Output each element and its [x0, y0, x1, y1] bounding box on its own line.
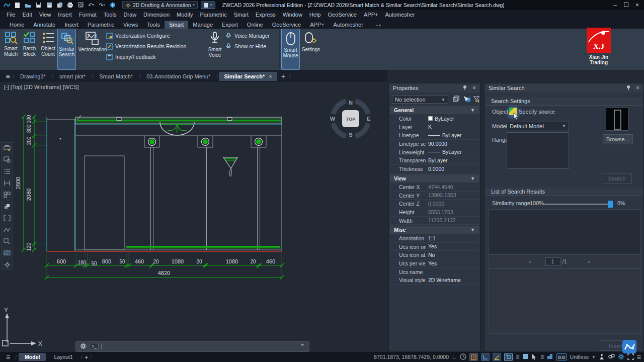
coordinates-readout[interactable]: 8701.1873, 16678.7429, 0.0000	[374, 354, 449, 360]
menu-geoservice[interactable]: GeoService	[324, 12, 360, 18]
vectorization-configure-button[interactable]: Vectorization Configure	[106, 32, 201, 39]
smart-voice-button[interactable]: Smart Voice	[205, 29, 225, 70]
launcher-icon[interactable]	[599, 353, 605, 361]
viewport-controls[interactable]: [-] [Top] [2D Wireframe] [WCS]	[4, 84, 79, 90]
settings-button[interactable]: Settings	[300, 29, 322, 70]
layout1-tab[interactable]: Layout1	[48, 353, 78, 361]
inquiry-feedback-button[interactable]: Inquiry/Feedback	[106, 53, 201, 60]
hatch-icon[interactable]	[4, 250, 11, 257]
menu-window[interactable]: Window	[279, 12, 306, 18]
app-logo-icon[interactable]	[3, 2, 11, 9]
preview-pane[interactable]	[489, 268, 641, 334]
plot-icon[interactable]	[4, 144, 11, 152]
model-dropdown[interactable]: Default Model▼	[507, 122, 569, 130]
smart-mouse-button[interactable]: Smart Mouse	[281, 29, 300, 70]
new-tab-button[interactable]: +	[278, 72, 288, 80]
search-button[interactable]: Search	[602, 173, 632, 184]
close-icon[interactable]: ×	[472, 84, 476, 92]
open-file-icon[interactable]	[24, 2, 32, 9]
image-swap-icon[interactable]	[4, 238, 11, 245]
copy-blocks-icon[interactable]	[4, 204, 11, 211]
ortho-corner-icon[interactable]: ∟	[452, 354, 457, 360]
menu-modify[interactable]: Modify	[173, 12, 196, 18]
smart-match-button[interactable]: Smart Match	[2, 29, 20, 70]
selection-cycling-icon[interactable]	[531, 353, 537, 361]
new-file-icon[interactable]	[14, 2, 21, 9]
tab-smart[interactable]: Smart	[165, 21, 188, 29]
customize-menu-icon[interactable]: ≡	[637, 353, 641, 361]
lineweight-toggle[interactable]: ≡	[516, 353, 519, 360]
tab-online[interactable]: Online	[243, 21, 268, 29]
quick-select-icon[interactable]	[473, 96, 481, 104]
similar-search-button[interactable]: Similar Search	[57, 29, 76, 70]
menu-format[interactable]: Format	[75, 12, 100, 18]
batch-block-button[interactable]: Batch Block	[20, 29, 39, 70]
snap-toggle[interactable]	[469, 353, 478, 361]
tab-annotate[interactable]: Annotate	[29, 21, 60, 29]
tab-home[interactable]: Home	[5, 21, 29, 29]
units-dropdown[interactable]: Unitless	[570, 354, 589, 360]
tab-insert[interactable]: Insert	[60, 21, 83, 29]
page-number-input[interactable]	[545, 257, 560, 266]
view-compass[interactable]: N W E S TOP	[330, 100, 371, 138]
doc-tab-smart-match[interactable]: Smart Match*	[95, 72, 138, 81]
save-as-icon[interactable]	[45, 2, 53, 9]
section-icon[interactable]	[4, 215, 11, 222]
layout-icon[interactable]	[4, 156, 11, 164]
add-layout-button[interactable]: +	[85, 353, 89, 361]
isodraft-icon[interactable]	[460, 353, 466, 361]
vectorization-button[interactable]: Vectorization	[79, 29, 106, 70]
doc-tab-annotation-grip-menu[interactable]: 03-Annotation Grip Menu*	[141, 72, 215, 81]
menu-express[interactable]: Express	[252, 12, 279, 18]
copy-icon[interactable]	[56, 2, 63, 9]
menu-edit[interactable]: Edit	[19, 12, 36, 18]
zwcad-assistant-icon[interactable]	[622, 340, 636, 354]
menu-smart[interactable]: Smart	[230, 12, 252, 18]
menu-parametric[interactable]: Parametric	[196, 12, 230, 18]
command-input-caret[interactable]	[102, 343, 102, 349]
section-view[interactable]: View▼	[390, 174, 479, 183]
list-icon[interactable]	[4, 168, 11, 175]
menu-app-plus[interactable]: APP+	[360, 12, 381, 18]
menu-draw[interactable]: Draw	[120, 12, 140, 18]
menu-insert[interactable]: Insert	[54, 12, 75, 18]
status-menu-icon[interactable]: ≡	[3, 353, 13, 361]
browse-button[interactable]: Browse...	[603, 134, 633, 144]
drawing-canvas[interactable]: 100 300 200 2800 2080 120 600 180 50 800…	[0, 82, 387, 352]
close-tab-icon[interactable]: ×	[269, 73, 272, 79]
pin-icon[interactable]	[626, 85, 631, 91]
link-icon[interactable]	[608, 353, 615, 360]
annotation-scale-icon[interactable]: ≡	[540, 353, 544, 360]
menu-help[interactable]: Help	[306, 12, 325, 18]
minimize-button[interactable]: –	[613, 2, 617, 8]
beam-icon[interactable]	[4, 180, 11, 187]
tab-app-plus[interactable]: APP+	[305, 21, 329, 29]
prev-page-icon[interactable]: ◂	[528, 258, 531, 265]
similarity-slider-handle[interactable]	[608, 201, 613, 208]
model-tab[interactable]: Model	[19, 353, 46, 361]
menu-automesher[interactable]: Automesher	[381, 12, 418, 18]
next-page-icon[interactable]: ▸	[588, 258, 591, 265]
show-or-hide-button[interactable]: Show or Hide	[225, 43, 278, 50]
tab-automesher[interactable]: Automesher	[329, 21, 368, 29]
section-general[interactable]: General▼	[390, 106, 479, 114]
toggle-pickadd-icon[interactable]	[452, 96, 460, 104]
undo-icon[interactable]: ↶▾	[88, 2, 95, 9]
command-history-chevron-icon[interactable]: ⌃	[300, 343, 305, 350]
close-button[interactable]: ×	[635, 2, 639, 8]
tab-geoservice[interactable]: GeoService	[268, 21, 305, 29]
clipboard-button[interactable]: ▾	[201, 2, 215, 9]
select-objects-icon[interactable]	[463, 96, 471, 104]
gear-icon[interactable]	[4, 261, 11, 269]
pin-icon[interactable]	[462, 85, 467, 91]
voice-manager-button[interactable]: Voice Manager	[225, 32, 278, 39]
similarity-slider-track[interactable]	[543, 204, 610, 205]
tab-tools[interactable]: Tools	[142, 21, 165, 29]
menu-file[interactable]: File	[3, 12, 19, 18]
ribbon-state-icon[interactable]: ▪ ▾	[372, 22, 385, 29]
cloud-icon[interactable]	[109, 2, 116, 9]
vectorization-results-revision-button[interactable]: Vectorization Results Revision	[106, 43, 201, 50]
redo-icon[interactable]: ↷▾	[98, 2, 106, 9]
doc-tab-similar-search[interactable]: Similar Search* ×	[219, 72, 277, 81]
maximize-button[interactable]	[624, 2, 628, 8]
